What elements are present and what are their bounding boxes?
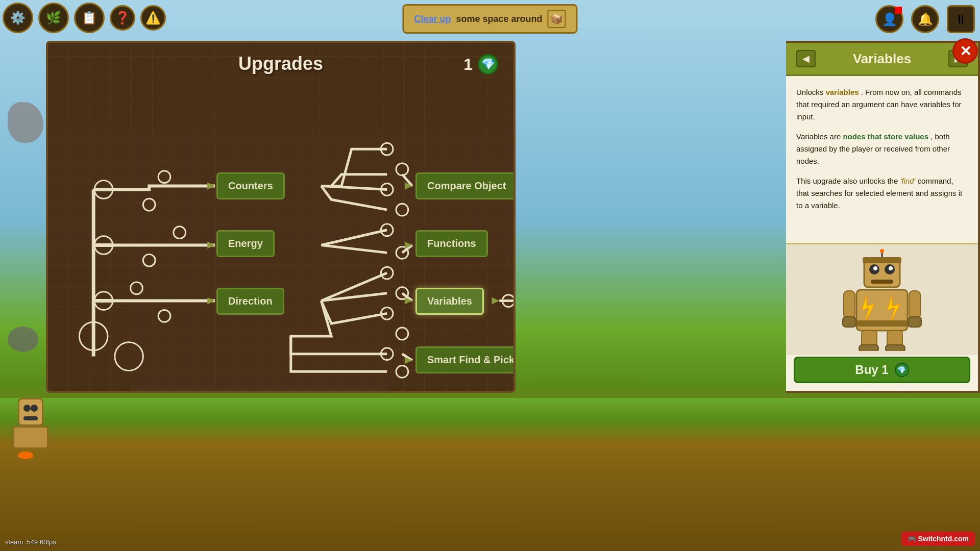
svg-rect-40: [863, 257, 901, 263]
buy-button[interactable]: Buy 1 💎: [794, 357, 970, 383]
close-icon: ✕: [960, 43, 971, 60]
currency-count: 1: [463, 55, 473, 74]
functions-label: Functions: [427, 238, 476, 249]
counters-label: Counters: [228, 180, 273, 191]
svg-rect-51: [859, 345, 878, 351]
currency-display: 1 💎: [463, 54, 498, 74]
counters-node[interactable]: Counters: [216, 172, 285, 199]
desc-paragraph-2: Variables are nodes that store values , …: [796, 131, 968, 167]
journal-icon[interactable]: 📋: [74, 3, 105, 33]
panel-title: Upgrades: [238, 53, 323, 74]
direction-node[interactable]: Direction: [216, 288, 284, 315]
buy-gem-icon: 💎: [895, 363, 909, 377]
compare-object-node[interactable]: Compare Object: [415, 172, 516, 199]
pause-icon[interactable]: ⏸: [947, 5, 975, 33]
var-title-bar: ◀ Variables ▶: [786, 43, 978, 76]
help-icon[interactable]: ❓: [110, 5, 135, 31]
settings-icon[interactable]: ⚙️: [3, 3, 33, 33]
direction-label: Direction: [228, 295, 273, 307]
var-description: Unlocks variables . From now on, all com…: [786, 76, 978, 230]
player-robot: [10, 398, 51, 449]
panel-var-title: Variables: [816, 51, 948, 67]
svg-point-33: [880, 249, 884, 253]
robot-image: [841, 249, 923, 351]
functions-node[interactable]: Functions: [415, 230, 488, 257]
svg-point-38: [889, 266, 893, 270]
rock-2: [8, 327, 38, 352]
desc-paragraph-1: Unlocks variables . From now on, all com…: [796, 86, 968, 123]
svg-rect-47: [843, 317, 856, 327]
svg-rect-46: [909, 291, 920, 319]
upgrades-panel: Upgrades 1 💎: [46, 41, 516, 393]
notification-prefix: Clear up: [414, 14, 451, 24]
variables-keyword: variables: [826, 88, 859, 96]
gem-icon: 💎: [478, 54, 498, 74]
svg-point-37: [873, 266, 877, 270]
svg-rect-45: [844, 291, 855, 319]
steam-info: steam .549 60fps: [5, 538, 56, 546]
desc-paragraph-3: This upgrade also unlocks the 'find' com…: [796, 175, 968, 212]
prev-button[interactable]: ◀: [796, 50, 816, 67]
compare-label: Compare Object: [427, 180, 506, 191]
buy-label: Buy 1: [855, 363, 888, 377]
character-icon[interactable]: 👤: [875, 5, 903, 33]
close-button[interactable]: ✕: [952, 38, 978, 64]
hud-right: 👤 🔔 ⏸: [873, 3, 977, 36]
ground: [0, 398, 980, 551]
variables-node[interactable]: Variables: [415, 288, 484, 315]
bell-icon[interactable]: 🔔: [911, 5, 939, 33]
notification-item-icon: 📦: [548, 10, 566, 28]
svg-rect-48: [908, 317, 921, 327]
svg-rect-44: [856, 320, 908, 327]
nintendo-text: Switchntd.com: [918, 535, 969, 543]
store-values-phrase: nodes that store values: [843, 132, 928, 141]
variables-label: Variables: [427, 295, 472, 307]
find-keyword: 'find': [900, 177, 915, 185]
smart-find-node[interactable]: Smart Find & Pick: [415, 346, 516, 373]
warning-icon[interactable]: ⚠️: [140, 5, 166, 31]
right-panel: ◀ Variables ▶ Unlocks variables . From n…: [786, 41, 980, 393]
robot-display-area: [786, 243, 978, 355]
notification-text: some space around: [456, 14, 542, 24]
energy-label: Energy: [228, 238, 263, 249]
smart-find-label: Smart Find & Pick: [427, 354, 514, 365]
svg-rect-39: [871, 280, 893, 284]
energy-node[interactable]: Energy: [216, 230, 275, 257]
notification-bar[interactable]: Clear up some space around 📦: [402, 4, 577, 34]
nintendo-badge: 🎮 Switchntd.com: [901, 532, 975, 546]
svg-rect-52: [886, 345, 905, 351]
circuit-overlay: [48, 43, 513, 391]
nature-icon[interactable]: 🌿: [38, 3, 69, 33]
